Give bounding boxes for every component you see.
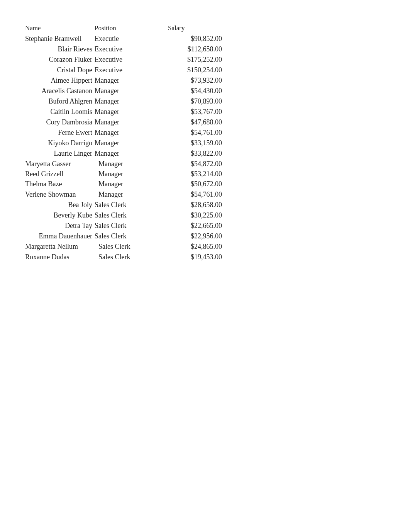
table-row: Corazon FlukerExecutive$175,252.00 xyxy=(25,54,222,65)
cell-position: Manager xyxy=(95,75,156,86)
cell-name: Aimee Hippert xyxy=(25,75,95,86)
table-row: Kiyoko DarrigoManager$33,159.00 xyxy=(25,138,222,148)
table-row: Buford AhlgrenManager$70,893.00 xyxy=(25,96,222,107)
cell-salary: $112,658.00 xyxy=(156,44,222,54)
cell-position: Manager xyxy=(95,96,156,107)
table-row: Reed GrizzellManager$53,214.00 xyxy=(25,169,222,179)
table-row: Emma DauenhauerSales Clerk$22,956.00 xyxy=(25,231,222,241)
table-row: Caitlin LoomisManager$53,767.00 xyxy=(25,107,222,117)
table-row: Ferne EwertManager$54,761.00 xyxy=(25,127,222,138)
table-row: Aimee HippertManager$73,932.00 xyxy=(25,75,222,86)
cell-position: Manager xyxy=(95,127,156,138)
table-row: Detra TaySales Clerk$22,665.00 xyxy=(25,221,222,231)
cell-salary: $150,254.00 xyxy=(156,65,222,75)
cell-position: Sales Clerk xyxy=(95,221,156,231)
table-row: Blair RievesExecutive$112,658.00 xyxy=(25,44,222,54)
cell-name: Cory Dambrosia xyxy=(25,117,95,127)
table-row: Roxanne DudasSales Clerk$19,453.00 xyxy=(25,252,222,262)
cell-salary: $90,852.00 xyxy=(156,34,222,44)
cell-salary: $54,761.00 xyxy=(156,127,222,138)
cell-salary: $53,214.00 xyxy=(156,169,222,179)
cell-salary: $50,672.00 xyxy=(156,179,222,189)
table-header-row: Name Position Salary xyxy=(25,23,222,34)
table-row: Bea JolySales Clerk$28,658.00 xyxy=(25,200,222,210)
cell-name: Reed Grizzell xyxy=(25,169,95,179)
cell-salary: $24,865.00 xyxy=(156,241,222,252)
cell-salary: $73,932.00 xyxy=(156,75,222,86)
table-row: Margaretta NellumSales Clerk$24,865.00 xyxy=(25,241,222,252)
header-salary: Salary xyxy=(156,23,222,34)
cell-position: Sales Clerk xyxy=(95,200,156,210)
cell-name: Blair Rieves xyxy=(25,44,95,54)
cell-position: Executive xyxy=(95,44,156,54)
table-row: Stephanie BramwellExecutie$90,852.00 xyxy=(25,34,222,44)
cell-name: Beverly Kube xyxy=(25,210,95,221)
cell-position: Executie xyxy=(95,34,156,44)
table-row: Aracelis CastanonManager$54,430.00 xyxy=(25,86,222,96)
cell-salary: $70,893.00 xyxy=(156,96,222,107)
cell-salary: $22,956.00 xyxy=(156,231,222,241)
cell-position: Manager xyxy=(95,138,156,148)
cell-salary: $33,822.00 xyxy=(156,148,222,159)
cell-name: Buford Ahlgren xyxy=(25,96,95,107)
cell-salary: $54,872.00 xyxy=(156,159,222,169)
cell-position: Sales Clerk xyxy=(95,210,156,221)
cell-position: Sales Clerk xyxy=(95,241,156,252)
cell-position: Manager xyxy=(95,117,156,127)
cell-salary: $53,767.00 xyxy=(156,107,222,117)
table-row: Verlene ShowmanManager$54,761.00 xyxy=(25,189,222,200)
cell-position: Executive xyxy=(95,65,156,75)
cell-position: Manager xyxy=(95,189,156,200)
salary-table: Name Position Salary Stephanie BramwellE… xyxy=(25,23,222,262)
cell-salary: $54,761.00 xyxy=(156,189,222,200)
cell-position: Sales Clerk xyxy=(95,231,156,241)
cell-position: Executive xyxy=(95,54,156,65)
cell-position: Sales Clerk xyxy=(95,252,156,262)
cell-salary: $28,658.00 xyxy=(156,200,222,210)
header-name: Name xyxy=(25,23,95,34)
cell-name: Roxanne Dudas xyxy=(25,252,95,262)
cell-name: Ferne Ewert xyxy=(25,127,95,138)
cell-salary: $47,688.00 xyxy=(156,117,222,127)
cell-name: Margaretta Nellum xyxy=(25,241,95,252)
cell-salary: $22,665.00 xyxy=(156,221,222,231)
table-row: Thelma BazeManager$50,672.00 xyxy=(25,179,222,189)
cell-name: Laurie Linger xyxy=(25,148,95,159)
header-position: Position xyxy=(95,23,156,34)
cell-salary: $175,252.00 xyxy=(156,54,222,65)
cell-name: Maryetta Gasser xyxy=(25,159,95,169)
cell-position: Manager xyxy=(95,148,156,159)
cell-salary: $33,159.00 xyxy=(156,138,222,148)
cell-name: Detra Tay xyxy=(25,221,95,231)
table-row: Cristal DopeExecutive$150,254.00 xyxy=(25,65,222,75)
cell-salary: $19,453.00 xyxy=(156,252,222,262)
cell-name: Kiyoko Darrigo xyxy=(25,138,95,148)
cell-position: Manager xyxy=(95,159,156,169)
table-row: Maryetta GasserManager$54,872.00 xyxy=(25,159,222,169)
cell-name: Thelma Baze xyxy=(25,179,95,189)
cell-position: Manager xyxy=(95,86,156,96)
table-row: Laurie LingerManager$33,822.00 xyxy=(25,148,222,159)
cell-name: Caitlin Loomis xyxy=(25,107,95,117)
cell-name: Stephanie Bramwell xyxy=(25,34,95,44)
cell-name: Bea Joly xyxy=(25,200,95,210)
cell-name: Corazon Fluker xyxy=(25,54,95,65)
table-row: Beverly KubeSales Clerk$30,225.00 xyxy=(25,210,222,221)
cell-salary: $54,430.00 xyxy=(156,86,222,96)
cell-salary: $30,225.00 xyxy=(156,210,222,221)
cell-position: Manager xyxy=(95,179,156,189)
cell-name: Cristal Dope xyxy=(25,65,95,75)
table-row: Cory DambrosiaManager$47,688.00 xyxy=(25,117,222,127)
cell-position: Manager xyxy=(95,169,156,179)
cell-name: Verlene Showman xyxy=(25,189,95,200)
cell-name: Aracelis Castanon xyxy=(25,86,95,96)
cell-position: Manager xyxy=(95,107,156,117)
cell-name: Emma Dauenhauer xyxy=(25,231,95,241)
